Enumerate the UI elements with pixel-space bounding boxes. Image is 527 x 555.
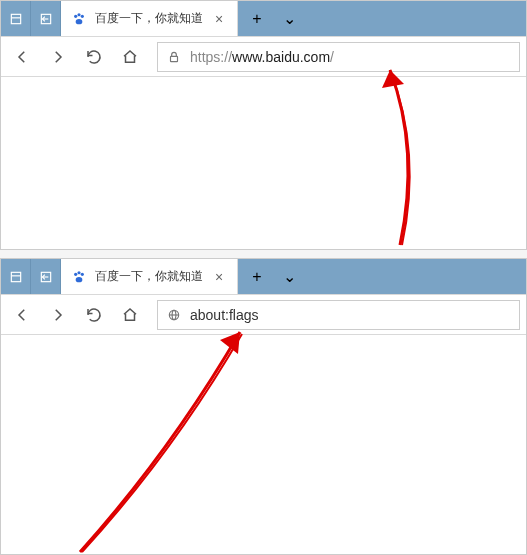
page-content [1,335,526,554]
url-text: https://www.baidu.com/ [190,49,511,65]
refresh-button[interactable] [79,300,109,330]
sidebar-toggle-button[interactable] [1,259,31,294]
tabs-menu-button[interactable]: ⌄ [276,264,302,290]
back-button[interactable] [7,42,37,72]
url-text: about:flags [190,307,511,323]
paw-icon [71,269,87,285]
tabs-menu-button[interactable]: ⌄ [276,6,302,32]
sidebar-toggle-button[interactable] [1,1,31,36]
navbar: https://www.baidu.com/ [1,37,526,77]
lock-icon [166,49,182,65]
browser-tab[interactable]: 百度一下，你就知道 × [61,259,238,294]
url-host: www.baidu.com [232,49,330,65]
tab-strip-actions: + ⌄ [238,259,526,294]
refresh-button[interactable] [79,42,109,72]
browser-tab[interactable]: 百度一下，你就知道 × [61,1,238,36]
browser-window-1: 百度一下，你就知道 × + ⌄ https://www.baidu.com/ [0,0,527,250]
paw-icon [71,11,87,27]
svg-point-7 [76,19,83,24]
browser-window-2: 百度一下，你就知道 × + ⌄ about:flags [0,258,527,555]
tab-title: 百度一下，你就知道 [95,10,203,27]
back-button[interactable] [7,300,37,330]
url-path: / [330,49,334,65]
svg-point-17 [76,277,83,282]
tab-title: 百度一下，你就知道 [95,268,203,285]
address-bar[interactable]: about:flags [157,300,520,330]
forward-button[interactable] [43,300,73,330]
set-aside-tabs-button[interactable] [31,1,61,36]
address-bar[interactable]: https://www.baidu.com/ [157,42,520,72]
close-tab-button[interactable]: × [211,269,227,285]
navbar: about:flags [1,295,526,335]
url-protocol: https:// [190,49,232,65]
titlebar: 百度一下，你就知道 × + ⌄ [1,1,526,37]
svg-point-15 [77,271,80,274]
svg-rect-8 [171,56,178,61]
svg-point-5 [77,13,80,16]
titlebar: 百度一下，你就知道 × + ⌄ [1,259,526,295]
forward-button[interactable] [43,42,73,72]
new-tab-button[interactable]: + [244,6,270,32]
tab-strip-actions: + ⌄ [238,1,526,36]
svg-point-4 [74,14,77,17]
set-aside-tabs-button[interactable] [31,259,61,294]
svg-point-16 [81,272,84,275]
globe-icon [166,307,182,323]
svg-rect-0 [11,14,20,23]
home-button[interactable] [115,42,145,72]
svg-point-6 [81,14,84,17]
close-tab-button[interactable]: × [211,11,227,27]
home-button[interactable] [115,300,145,330]
svg-rect-10 [11,272,20,281]
new-tab-button[interactable]: + [244,264,270,290]
svg-point-14 [74,272,77,275]
page-content [1,77,526,249]
